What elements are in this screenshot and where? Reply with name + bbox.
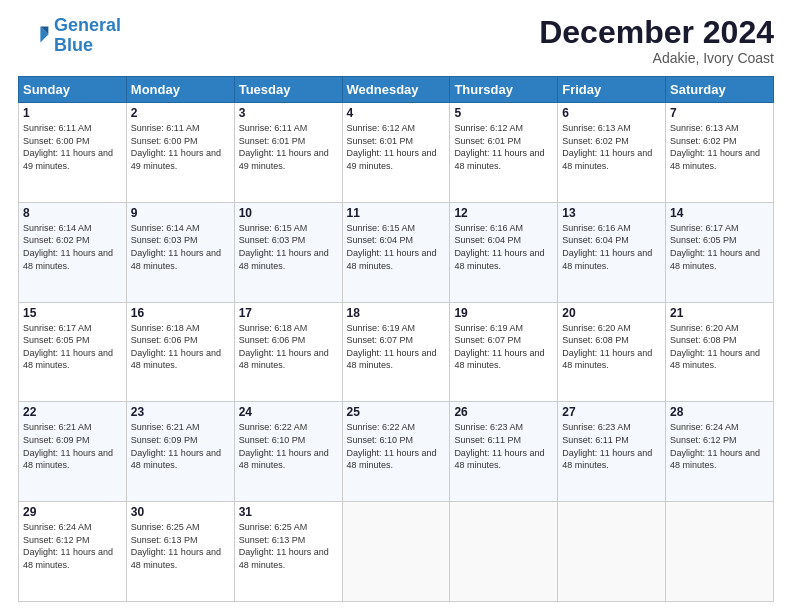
table-row: 19 Sunrise: 6:19 AMSunset: 6:07 PMDaylig… bbox=[450, 302, 558, 402]
day-number: 15 bbox=[23, 306, 122, 320]
day-info: Sunrise: 6:18 AMSunset: 6:06 PMDaylight:… bbox=[239, 323, 329, 371]
day-info: Sunrise: 6:25 AMSunset: 6:13 PMDaylight:… bbox=[131, 522, 221, 570]
day-info: Sunrise: 6:13 AMSunset: 6:02 PMDaylight:… bbox=[670, 123, 760, 171]
calendar-row-1: 1 Sunrise: 6:11 AMSunset: 6:00 PMDayligh… bbox=[19, 103, 774, 203]
logo-blue: Blue bbox=[54, 35, 93, 55]
day-number: 6 bbox=[562, 106, 661, 120]
logo-icon bbox=[18, 20, 50, 52]
day-info: Sunrise: 6:17 AMSunset: 6:05 PMDaylight:… bbox=[23, 323, 113, 371]
table-row: 5 Sunrise: 6:12 AMSunset: 6:01 PMDayligh… bbox=[450, 103, 558, 203]
header-row: Sunday Monday Tuesday Wednesday Thursday… bbox=[19, 77, 774, 103]
col-monday: Monday bbox=[126, 77, 234, 103]
day-info: Sunrise: 6:25 AMSunset: 6:13 PMDaylight:… bbox=[239, 522, 329, 570]
day-number: 10 bbox=[239, 206, 338, 220]
table-row: 27 Sunrise: 6:23 AMSunset: 6:11 PMDaylig… bbox=[558, 402, 666, 502]
day-number: 2 bbox=[131, 106, 230, 120]
table-row: 14 Sunrise: 6:17 AMSunset: 6:05 PMDaylig… bbox=[666, 202, 774, 302]
table-row: 31 Sunrise: 6:25 AMSunset: 6:13 PMDaylig… bbox=[234, 502, 342, 602]
table-row: 18 Sunrise: 6:19 AMSunset: 6:07 PMDaylig… bbox=[342, 302, 450, 402]
day-number: 3 bbox=[239, 106, 338, 120]
table-row: 4 Sunrise: 6:12 AMSunset: 6:01 PMDayligh… bbox=[342, 103, 450, 203]
day-info: Sunrise: 6:11 AMSunset: 6:01 PMDaylight:… bbox=[239, 123, 329, 171]
table-row bbox=[666, 502, 774, 602]
day-info: Sunrise: 6:14 AMSunset: 6:02 PMDaylight:… bbox=[23, 223, 113, 271]
day-info: Sunrise: 6:17 AMSunset: 6:05 PMDaylight:… bbox=[670, 223, 760, 271]
day-info: Sunrise: 6:22 AMSunset: 6:10 PMDaylight:… bbox=[347, 422, 437, 470]
day-number: 11 bbox=[347, 206, 446, 220]
table-row: 2 Sunrise: 6:11 AMSunset: 6:00 PMDayligh… bbox=[126, 103, 234, 203]
table-row bbox=[342, 502, 450, 602]
day-info: Sunrise: 6:23 AMSunset: 6:11 PMDaylight:… bbox=[454, 422, 544, 470]
header: General Blue December 2024 Adakie, Ivory… bbox=[18, 16, 774, 66]
table-row: 7 Sunrise: 6:13 AMSunset: 6:02 PMDayligh… bbox=[666, 103, 774, 203]
day-number: 21 bbox=[670, 306, 769, 320]
location-subtitle: Adakie, Ivory Coast bbox=[539, 50, 774, 66]
day-number: 25 bbox=[347, 405, 446, 419]
day-info: Sunrise: 6:16 AMSunset: 6:04 PMDaylight:… bbox=[454, 223, 544, 271]
table-row: 24 Sunrise: 6:22 AMSunset: 6:10 PMDaylig… bbox=[234, 402, 342, 502]
table-row: 16 Sunrise: 6:18 AMSunset: 6:06 PMDaylig… bbox=[126, 302, 234, 402]
calendar-row-4: 22 Sunrise: 6:21 AMSunset: 6:09 PMDaylig… bbox=[19, 402, 774, 502]
table-row: 25 Sunrise: 6:22 AMSunset: 6:10 PMDaylig… bbox=[342, 402, 450, 502]
col-thursday: Thursday bbox=[450, 77, 558, 103]
day-info: Sunrise: 6:12 AMSunset: 6:01 PMDaylight:… bbox=[454, 123, 544, 171]
table-row: 8 Sunrise: 6:14 AMSunset: 6:02 PMDayligh… bbox=[19, 202, 127, 302]
day-number: 8 bbox=[23, 206, 122, 220]
day-info: Sunrise: 6:21 AMSunset: 6:09 PMDaylight:… bbox=[131, 422, 221, 470]
table-row: 3 Sunrise: 6:11 AMSunset: 6:01 PMDayligh… bbox=[234, 103, 342, 203]
day-info: Sunrise: 6:21 AMSunset: 6:09 PMDaylight:… bbox=[23, 422, 113, 470]
calendar-table: Sunday Monday Tuesday Wednesday Thursday… bbox=[18, 76, 774, 602]
day-number: 24 bbox=[239, 405, 338, 419]
day-info: Sunrise: 6:24 AMSunset: 6:12 PMDaylight:… bbox=[670, 422, 760, 470]
day-info: Sunrise: 6:13 AMSunset: 6:02 PMDaylight:… bbox=[562, 123, 652, 171]
title-block: December 2024 Adakie, Ivory Coast bbox=[539, 16, 774, 66]
day-number: 23 bbox=[131, 405, 230, 419]
day-number: 20 bbox=[562, 306, 661, 320]
logo-text: General Blue bbox=[54, 16, 121, 56]
day-info: Sunrise: 6:12 AMSunset: 6:01 PMDaylight:… bbox=[347, 123, 437, 171]
table-row: 12 Sunrise: 6:16 AMSunset: 6:04 PMDaylig… bbox=[450, 202, 558, 302]
table-row: 21 Sunrise: 6:20 AMSunset: 6:08 PMDaylig… bbox=[666, 302, 774, 402]
calendar-row-5: 29 Sunrise: 6:24 AMSunset: 6:12 PMDaylig… bbox=[19, 502, 774, 602]
day-number: 29 bbox=[23, 505, 122, 519]
day-number: 31 bbox=[239, 505, 338, 519]
col-tuesday: Tuesday bbox=[234, 77, 342, 103]
table-row: 28 Sunrise: 6:24 AMSunset: 6:12 PMDaylig… bbox=[666, 402, 774, 502]
day-number: 13 bbox=[562, 206, 661, 220]
day-number: 19 bbox=[454, 306, 553, 320]
day-info: Sunrise: 6:20 AMSunset: 6:08 PMDaylight:… bbox=[562, 323, 652, 371]
table-row: 6 Sunrise: 6:13 AMSunset: 6:02 PMDayligh… bbox=[558, 103, 666, 203]
table-row: 10 Sunrise: 6:15 AMSunset: 6:03 PMDaylig… bbox=[234, 202, 342, 302]
table-row: 30 Sunrise: 6:25 AMSunset: 6:13 PMDaylig… bbox=[126, 502, 234, 602]
day-info: Sunrise: 6:15 AMSunset: 6:03 PMDaylight:… bbox=[239, 223, 329, 271]
table-row: 20 Sunrise: 6:20 AMSunset: 6:08 PMDaylig… bbox=[558, 302, 666, 402]
table-row bbox=[558, 502, 666, 602]
day-info: Sunrise: 6:24 AMSunset: 6:12 PMDaylight:… bbox=[23, 522, 113, 570]
table-row: 9 Sunrise: 6:14 AMSunset: 6:03 PMDayligh… bbox=[126, 202, 234, 302]
day-info: Sunrise: 6:23 AMSunset: 6:11 PMDaylight:… bbox=[562, 422, 652, 470]
col-saturday: Saturday bbox=[666, 77, 774, 103]
table-row: 23 Sunrise: 6:21 AMSunset: 6:09 PMDaylig… bbox=[126, 402, 234, 502]
col-wednesday: Wednesday bbox=[342, 77, 450, 103]
table-row: 13 Sunrise: 6:16 AMSunset: 6:04 PMDaylig… bbox=[558, 202, 666, 302]
day-number: 14 bbox=[670, 206, 769, 220]
day-number: 27 bbox=[562, 405, 661, 419]
day-info: Sunrise: 6:18 AMSunset: 6:06 PMDaylight:… bbox=[131, 323, 221, 371]
day-number: 9 bbox=[131, 206, 230, 220]
day-number: 17 bbox=[239, 306, 338, 320]
day-number: 4 bbox=[347, 106, 446, 120]
day-number: 30 bbox=[131, 505, 230, 519]
table-row bbox=[450, 502, 558, 602]
day-info: Sunrise: 6:16 AMSunset: 6:04 PMDaylight:… bbox=[562, 223, 652, 271]
logo-general: General bbox=[54, 15, 121, 35]
day-number: 16 bbox=[131, 306, 230, 320]
day-info: Sunrise: 6:11 AMSunset: 6:00 PMDaylight:… bbox=[131, 123, 221, 171]
day-number: 7 bbox=[670, 106, 769, 120]
calendar-row-2: 8 Sunrise: 6:14 AMSunset: 6:02 PMDayligh… bbox=[19, 202, 774, 302]
table-row: 29 Sunrise: 6:24 AMSunset: 6:12 PMDaylig… bbox=[19, 502, 127, 602]
table-row: 17 Sunrise: 6:18 AMSunset: 6:06 PMDaylig… bbox=[234, 302, 342, 402]
col-friday: Friday bbox=[558, 77, 666, 103]
day-number: 22 bbox=[23, 405, 122, 419]
table-row: 15 Sunrise: 6:17 AMSunset: 6:05 PMDaylig… bbox=[19, 302, 127, 402]
day-info: Sunrise: 6:11 AMSunset: 6:00 PMDaylight:… bbox=[23, 123, 113, 171]
